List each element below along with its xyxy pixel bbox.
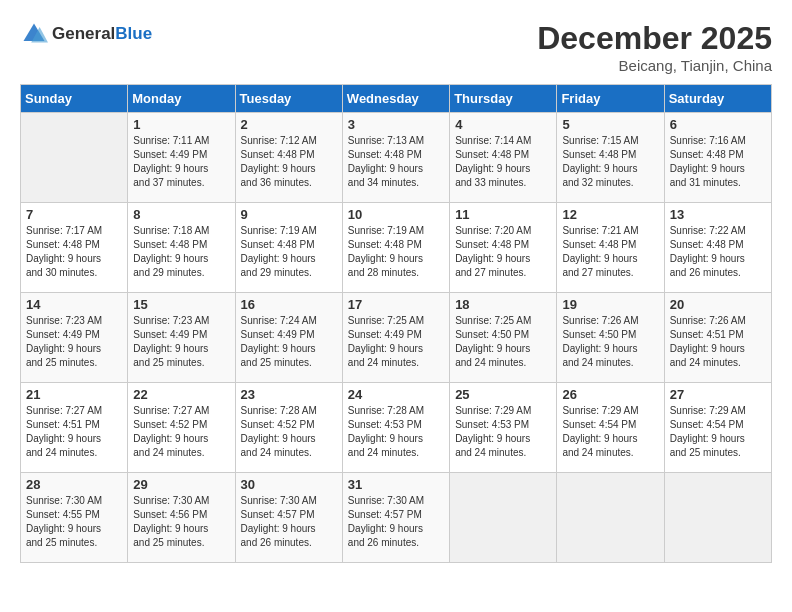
calendar-cell: 7Sunrise: 7:17 AM Sunset: 4:48 PM Daylig… — [21, 203, 128, 293]
cell-info: Sunrise: 7:17 AM Sunset: 4:48 PM Dayligh… — [26, 224, 122, 280]
cell-info: Sunrise: 7:29 AM Sunset: 4:53 PM Dayligh… — [455, 404, 551, 460]
day-number: 7 — [26, 207, 122, 222]
calendar-week-3: 14Sunrise: 7:23 AM Sunset: 4:49 PM Dayli… — [21, 293, 772, 383]
day-number: 24 — [348, 387, 444, 402]
calendar-cell: 24Sunrise: 7:28 AM Sunset: 4:53 PM Dayli… — [342, 383, 449, 473]
cell-info: Sunrise: 7:19 AM Sunset: 4:48 PM Dayligh… — [348, 224, 444, 280]
day-number: 19 — [562, 297, 658, 312]
calendar-cell — [664, 473, 771, 563]
cell-info: Sunrise: 7:26 AM Sunset: 4:50 PM Dayligh… — [562, 314, 658, 370]
weekday-header-friday: Friday — [557, 85, 664, 113]
day-number: 16 — [241, 297, 337, 312]
cell-info: Sunrise: 7:25 AM Sunset: 4:50 PM Dayligh… — [455, 314, 551, 370]
day-number: 12 — [562, 207, 658, 222]
cell-info: Sunrise: 7:30 AM Sunset: 4:57 PM Dayligh… — [241, 494, 337, 550]
calendar-cell: 14Sunrise: 7:23 AM Sunset: 4:49 PM Dayli… — [21, 293, 128, 383]
calendar-week-4: 21Sunrise: 7:27 AM Sunset: 4:51 PM Dayli… — [21, 383, 772, 473]
title-block: December 2025 Beicang, Tianjin, China — [537, 20, 772, 74]
day-number: 26 — [562, 387, 658, 402]
day-number: 28 — [26, 477, 122, 492]
day-number: 22 — [133, 387, 229, 402]
calendar-cell: 15Sunrise: 7:23 AM Sunset: 4:49 PM Dayli… — [128, 293, 235, 383]
cell-info: Sunrise: 7:19 AM Sunset: 4:48 PM Dayligh… — [241, 224, 337, 280]
day-number: 11 — [455, 207, 551, 222]
day-number: 8 — [133, 207, 229, 222]
calendar-cell: 21Sunrise: 7:27 AM Sunset: 4:51 PM Dayli… — [21, 383, 128, 473]
day-number: 2 — [241, 117, 337, 132]
calendar-cell: 22Sunrise: 7:27 AM Sunset: 4:52 PM Dayli… — [128, 383, 235, 473]
day-number: 4 — [455, 117, 551, 132]
cell-info: Sunrise: 7:18 AM Sunset: 4:48 PM Dayligh… — [133, 224, 229, 280]
calendar-cell: 16Sunrise: 7:24 AM Sunset: 4:49 PM Dayli… — [235, 293, 342, 383]
calendar-cell: 4Sunrise: 7:14 AM Sunset: 4:48 PM Daylig… — [450, 113, 557, 203]
day-number: 21 — [26, 387, 122, 402]
location: Beicang, Tianjin, China — [537, 57, 772, 74]
calendar-cell: 1Sunrise: 7:11 AM Sunset: 4:49 PM Daylig… — [128, 113, 235, 203]
calendar-cell: 10Sunrise: 7:19 AM Sunset: 4:48 PM Dayli… — [342, 203, 449, 293]
calendar-week-2: 7Sunrise: 7:17 AM Sunset: 4:48 PM Daylig… — [21, 203, 772, 293]
weekday-header-tuesday: Tuesday — [235, 85, 342, 113]
day-number: 1 — [133, 117, 229, 132]
calendar-header: SundayMondayTuesdayWednesdayThursdayFrid… — [21, 85, 772, 113]
cell-info: Sunrise: 7:16 AM Sunset: 4:48 PM Dayligh… — [670, 134, 766, 190]
cell-info: Sunrise: 7:27 AM Sunset: 4:52 PM Dayligh… — [133, 404, 229, 460]
calendar-cell — [450, 473, 557, 563]
logo-icon — [20, 20, 48, 48]
calendar-cell: 28Sunrise: 7:30 AM Sunset: 4:55 PM Dayli… — [21, 473, 128, 563]
day-number: 31 — [348, 477, 444, 492]
calendar-cell — [21, 113, 128, 203]
calendar-cell: 8Sunrise: 7:18 AM Sunset: 4:48 PM Daylig… — [128, 203, 235, 293]
calendar-week-1: 1Sunrise: 7:11 AM Sunset: 4:49 PM Daylig… — [21, 113, 772, 203]
calendar-cell: 12Sunrise: 7:21 AM Sunset: 4:48 PM Dayli… — [557, 203, 664, 293]
month-title: December 2025 — [537, 20, 772, 57]
day-number: 20 — [670, 297, 766, 312]
cell-info: Sunrise: 7:28 AM Sunset: 4:53 PM Dayligh… — [348, 404, 444, 460]
cell-info: Sunrise: 7:30 AM Sunset: 4:57 PM Dayligh… — [348, 494, 444, 550]
calendar-cell: 11Sunrise: 7:20 AM Sunset: 4:48 PM Dayli… — [450, 203, 557, 293]
cell-info: Sunrise: 7:24 AM Sunset: 4:49 PM Dayligh… — [241, 314, 337, 370]
calendar-cell: 19Sunrise: 7:26 AM Sunset: 4:50 PM Dayli… — [557, 293, 664, 383]
cell-info: Sunrise: 7:23 AM Sunset: 4:49 PM Dayligh… — [133, 314, 229, 370]
calendar-cell: 25Sunrise: 7:29 AM Sunset: 4:53 PM Dayli… — [450, 383, 557, 473]
calendar-cell: 5Sunrise: 7:15 AM Sunset: 4:48 PM Daylig… — [557, 113, 664, 203]
calendar-cell: 6Sunrise: 7:16 AM Sunset: 4:48 PM Daylig… — [664, 113, 771, 203]
calendar-cell: 13Sunrise: 7:22 AM Sunset: 4:48 PM Dayli… — [664, 203, 771, 293]
cell-info: Sunrise: 7:13 AM Sunset: 4:48 PM Dayligh… — [348, 134, 444, 190]
cell-info: Sunrise: 7:20 AM Sunset: 4:48 PM Dayligh… — [455, 224, 551, 280]
calendar-cell: 18Sunrise: 7:25 AM Sunset: 4:50 PM Dayli… — [450, 293, 557, 383]
weekday-header-saturday: Saturday — [664, 85, 771, 113]
calendar-body: 1Sunrise: 7:11 AM Sunset: 4:49 PM Daylig… — [21, 113, 772, 563]
calendar-cell: 2Sunrise: 7:12 AM Sunset: 4:48 PM Daylig… — [235, 113, 342, 203]
cell-info: Sunrise: 7:15 AM Sunset: 4:48 PM Dayligh… — [562, 134, 658, 190]
day-number: 5 — [562, 117, 658, 132]
day-number: 15 — [133, 297, 229, 312]
calendar-cell: 20Sunrise: 7:26 AM Sunset: 4:51 PM Dayli… — [664, 293, 771, 383]
day-number: 6 — [670, 117, 766, 132]
weekday-header-wednesday: Wednesday — [342, 85, 449, 113]
day-number: 17 — [348, 297, 444, 312]
calendar-cell: 3Sunrise: 7:13 AM Sunset: 4:48 PM Daylig… — [342, 113, 449, 203]
page-header: GeneralBlue December 2025 Beicang, Tianj… — [20, 20, 772, 74]
day-number: 9 — [241, 207, 337, 222]
calendar-cell: 31Sunrise: 7:30 AM Sunset: 4:57 PM Dayli… — [342, 473, 449, 563]
day-number: 14 — [26, 297, 122, 312]
day-number: 10 — [348, 207, 444, 222]
cell-info: Sunrise: 7:21 AM Sunset: 4:48 PM Dayligh… — [562, 224, 658, 280]
calendar-table: SundayMondayTuesdayWednesdayThursdayFrid… — [20, 84, 772, 563]
calendar-cell: 30Sunrise: 7:30 AM Sunset: 4:57 PM Dayli… — [235, 473, 342, 563]
day-number: 23 — [241, 387, 337, 402]
calendar-cell: 26Sunrise: 7:29 AM Sunset: 4:54 PM Dayli… — [557, 383, 664, 473]
cell-info: Sunrise: 7:12 AM Sunset: 4:48 PM Dayligh… — [241, 134, 337, 190]
day-number: 3 — [348, 117, 444, 132]
cell-info: Sunrise: 7:23 AM Sunset: 4:49 PM Dayligh… — [26, 314, 122, 370]
calendar-cell: 17Sunrise: 7:25 AM Sunset: 4:49 PM Dayli… — [342, 293, 449, 383]
cell-info: Sunrise: 7:27 AM Sunset: 4:51 PM Dayligh… — [26, 404, 122, 460]
cell-info: Sunrise: 7:29 AM Sunset: 4:54 PM Dayligh… — [562, 404, 658, 460]
logo: GeneralBlue — [20, 20, 152, 48]
day-number: 30 — [241, 477, 337, 492]
cell-info: Sunrise: 7:14 AM Sunset: 4:48 PM Dayligh… — [455, 134, 551, 190]
weekday-header-sunday: Sunday — [21, 85, 128, 113]
day-number: 18 — [455, 297, 551, 312]
cell-info: Sunrise: 7:11 AM Sunset: 4:49 PM Dayligh… — [133, 134, 229, 190]
calendar-cell: 9Sunrise: 7:19 AM Sunset: 4:48 PM Daylig… — [235, 203, 342, 293]
